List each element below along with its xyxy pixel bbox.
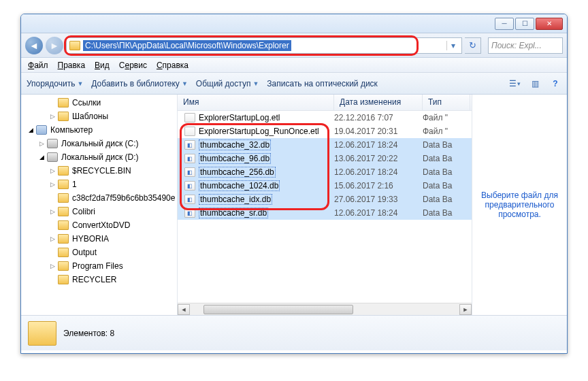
- drive-icon: [47, 152, 58, 162]
- tree-label: Colibri: [72, 207, 95, 216]
- file-row[interactable]: ◧thumbcache_sr.db12.06.2017 18:24Data Ba: [178, 206, 472, 220]
- tree-node[interactable]: ◢Локальный диск (D:): [21, 150, 177, 164]
- expand-arrow[interactable]: ▷: [48, 167, 56, 174]
- organize-button[interactable]: Упорядочить ▼: [27, 79, 83, 88]
- status-bar: Элементов: 8: [21, 315, 567, 350]
- tree-node[interactable]: c38cf2da7f59b6c6bb35490e: [21, 191, 177, 205]
- drive-icon: [47, 139, 58, 148]
- back-button[interactable]: ◄: [25, 37, 43, 54]
- search-input[interactable]: Поиск: Expl...: [488, 37, 563, 54]
- file-type: Data Ba: [423, 140, 470, 150]
- expand-arrow[interactable]: ◢: [37, 154, 46, 161]
- file-row[interactable]: ◧thumbcache_256.db12.06.2017 18:24Data B…: [178, 165, 472, 179]
- file-icon: ◧: [184, 181, 195, 190]
- folder-icon: [58, 275, 69, 284]
- command-bar: Упорядочить ▼ Добавить в библиотеку ▼ Об…: [21, 73, 567, 95]
- tree-label: $RECYCLE.BIN: [72, 166, 131, 176]
- minimize-button[interactable]: ─: [495, 18, 514, 30]
- nav-tree[interactable]: Ссылки▷Шаблоны◢Компьютер▷Локальный диск …: [21, 95, 178, 315]
- add-to-library-button[interactable]: Добавить в библиотеку ▼: [91, 79, 187, 88]
- file-icon: ◧: [184, 195, 195, 204]
- menu-view[interactable]: Вид: [95, 61, 110, 70]
- refresh-button[interactable]: ↻: [465, 37, 481, 54]
- file-icon: ◧: [184, 208, 195, 218]
- file-type: Файл ": [423, 127, 470, 136]
- file-row[interactable]: ExplorerStartupLog_RunOnce.etl19.04.2017…: [178, 125, 472, 138]
- file-row[interactable]: ExplorerStartupLog.etl22.12.2016 7:07Фай…: [178, 111, 472, 125]
- tree-node[interactable]: Ссылки: [21, 96, 177, 110]
- forward-button[interactable]: ►: [46, 37, 63, 54]
- file-name: ExplorerStartupLog.etl: [199, 113, 280, 122]
- expand-arrow[interactable]: ▷: [48, 263, 56, 269]
- horizontal-scrollbar[interactable]: ◄ ►: [178, 303, 472, 315]
- folder-icon: [58, 112, 69, 121]
- file-date: 12.06.2017 18:24: [334, 140, 423, 150]
- tree-node[interactable]: ▷1: [21, 178, 177, 191]
- titlebar: ─ ☐ ✕: [21, 14, 567, 33]
- close-button[interactable]: ✕: [536, 18, 563, 30]
- search-placeholder: Поиск: Expl...: [491, 41, 542, 50]
- expand-arrow[interactable]: ▷: [48, 113, 56, 120]
- menu-help[interactable]: Справка: [157, 61, 189, 70]
- tree-node[interactable]: ConvertXtoDVD: [21, 218, 177, 232]
- col-type[interactable]: Тип: [423, 95, 470, 110]
- tree-node[interactable]: ◢Компьютер: [21, 123, 177, 137]
- expand-arrow[interactable]: ▷: [48, 235, 56, 242]
- file-row[interactable]: ◧thumbcache_96.db13.06.2017 20:22Data Ba: [178, 152, 472, 165]
- tree-label: Локальный диск (C:): [61, 139, 139, 148]
- file-name: thumbcache_32.db: [199, 139, 271, 150]
- file-name: thumbcache_256.db: [199, 167, 276, 178]
- tree-node[interactable]: ▷Program Files: [21, 259, 177, 273]
- col-name[interactable]: Имя: [178, 95, 334, 110]
- expand-arrow[interactable]: ▷: [48, 208, 56, 215]
- file-rows[interactable]: ExplorerStartupLog.etl22.12.2016 7:07Фай…: [178, 111, 472, 303]
- tree-node[interactable]: ▷Colibri: [21, 205, 177, 218]
- menu-tools[interactable]: Сервис: [119, 61, 147, 70]
- address-bar[interactable]: C:\Users\ПК\AppData\Local\Microsoft\Wind…: [66, 37, 462, 54]
- file-date: 13.06.2017 20:22: [334, 154, 423, 163]
- tree-node[interactable]: ▷Шаблоны: [21, 110, 177, 123]
- tree-label: ConvertXtoDVD: [72, 220, 130, 230]
- preview-pane-icon[interactable]: ▥: [529, 78, 541, 90]
- menu-bar: ФФайлайл Правка Вид Сервис Справка: [21, 58, 567, 73]
- help-icon[interactable]: ?: [549, 78, 561, 90]
- expand-arrow[interactable]: ◢: [27, 127, 35, 133]
- file-date: 27.06.2017 19:33: [334, 195, 423, 204]
- tree-node[interactable]: RECYCLER: [21, 273, 177, 286]
- file-row[interactable]: ◧thumbcache_idx.db27.06.2017 19:33Data B…: [178, 193, 472, 206]
- burn-button[interactable]: Записать на оптический диск: [267, 79, 378, 88]
- file-type: Data Ba: [423, 167, 470, 177]
- tree-label: Компьютер: [50, 125, 93, 135]
- tree-node[interactable]: ▷$RECYCLE.BIN: [21, 164, 177, 178]
- expand-arrow[interactable]: ▷: [48, 181, 56, 188]
- file-row[interactable]: ◧thumbcache_32.db12.06.2017 18:24Data Ba: [178, 138, 472, 152]
- folder-icon: [58, 261, 69, 271]
- tree-label: HYBORIA: [72, 234, 109, 244]
- column-headers[interactable]: Имя Дата изменения Тип: [178, 95, 472, 111]
- file-row[interactable]: ◧thumbcache_1024.db15.06.2017 2:16Data B…: [178, 179, 472, 193]
- scroll-left[interactable]: ◄: [178, 304, 190, 315]
- share-button[interactable]: Общий доступ ▼: [196, 79, 259, 88]
- tree-node[interactable]: Output: [21, 246, 177, 259]
- folder-icon: [58, 193, 69, 203]
- file-icon: ◧: [184, 140, 195, 150]
- col-date[interactable]: Дата изменения: [334, 95, 423, 110]
- address-dropdown[interactable]: ▾: [446, 41, 459, 50]
- maximize-button[interactable]: ☐: [515, 18, 534, 30]
- menu-file[interactable]: ФФайлайл: [28, 61, 48, 70]
- folder-icon: [58, 234, 69, 244]
- view-options-icon[interactable]: ☰▾: [508, 78, 521, 90]
- expand-arrow[interactable]: ▷: [37, 140, 46, 147]
- scroll-track[interactable]: [190, 304, 459, 315]
- file-name: thumbcache_96.db: [199, 153, 271, 164]
- scroll-right[interactable]: ►: [459, 304, 472, 315]
- scroll-thumb[interactable]: [203, 305, 353, 314]
- tree-node[interactable]: ▷HYBORIA: [21, 232, 177, 246]
- file-date: 12.06.2017 18:24: [334, 208, 423, 218]
- menu-edit[interactable]: Правка: [58, 61, 86, 70]
- nav-bar: ◄ ► C:\Users\ПК\AppData\Local\Microsoft\…: [21, 33, 567, 58]
- tree-label: c38cf2da7f59b6c6bb35490e: [72, 193, 175, 203]
- tree-node[interactable]: ▷Локальный диск (C:): [21, 137, 177, 150]
- folder-icon: [58, 207, 69, 216]
- file-type: Data Ba: [423, 208, 470, 218]
